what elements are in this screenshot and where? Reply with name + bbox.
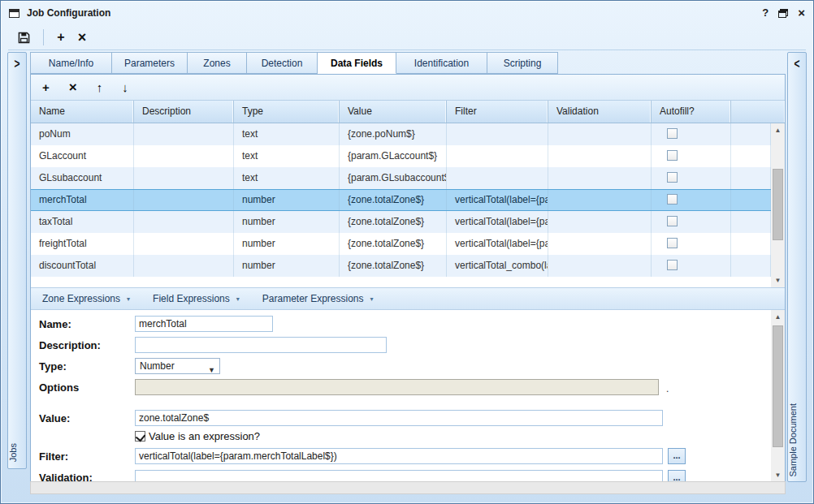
autofill-checkbox[interactable] [667,194,678,205]
sample-document-panel-label[interactable]: Sample Document [788,403,806,477]
cell-filter [447,123,548,145]
form-scrollbar[interactable]: ▲ ▼ [771,310,785,482]
sample-document-panel-strip[interactable]: < Sample Document [787,52,807,482]
scroll-up-icon[interactable]: ▲ [771,123,785,137]
cell-filter [447,145,548,167]
options-label: Options [39,381,79,394]
chevron-down-icon: ▾ [127,295,130,303]
autofill-checkbox[interactable] [667,260,678,270]
tab-name-info[interactable]: Name/Info [30,52,112,74]
window-toolbar: + × [8,25,806,50]
table-row[interactable]: poNum text {zone.poNum$} [31,123,771,145]
value-field[interactable] [135,410,663,426]
cell-type: number [234,211,340,233]
fields-grid-body: poNum text {zone.poNum$} GLaccount text [31,123,785,287]
filter-field[interactable] [135,448,663,464]
menu-zone-expressions[interactable]: Zone Expressions ▾ [42,293,130,304]
column-header-filter[interactable]: Filter [447,101,548,123]
cell-description [134,167,234,189]
tab-identification[interactable]: Identification [396,52,487,74]
tab-data-fields[interactable]: Data Fields [318,52,396,74]
scroll-down-icon[interactable]: ▼ [771,468,785,482]
add-field-button[interactable]: + [42,80,50,94]
cell-filler [731,167,771,189]
toolbar-separator [43,29,44,45]
cell-autofill [652,255,731,277]
validation-ellipsis-button[interactable]: ... [668,470,686,482]
menu-field-expressions[interactable]: Field Expressions ▾ [153,293,240,304]
cell-autofill [652,145,731,167]
autofill-checkbox[interactable] [667,172,678,183]
scrollbar-thumb[interactable] [773,325,783,447]
name-field[interactable] [135,316,273,332]
cell-validation [548,211,652,233]
column-header-name[interactable]: Name [31,101,134,123]
table-row[interactable]: taxTotal number {zone.totalZone$} vertic… [31,211,771,233]
table-row-selected[interactable]: merchTotal number {zone.totalZone$} vert… [31,189,771,211]
cell-filter: verticalTotal_combo(lab [447,255,548,277]
column-header-autofill[interactable]: Autofill? [652,101,731,123]
tab-zones[interactable]: Zones [188,52,247,74]
cell-type: number [234,255,340,277]
expand-left-icon[interactable]: < [788,57,806,71]
grid-scrollbar[interactable]: ▲ ▼ [771,123,785,287]
scroll-down-icon[interactable]: ▼ [771,274,785,287]
filter-ellipsis-button[interactable]: ... [668,448,686,464]
restore-icon[interactable] [778,9,788,18]
delete-field-button[interactable]: × [69,80,77,96]
column-header-validation[interactable]: Validation [548,101,652,123]
value-is-expression-label: Value is an expression? [149,430,260,442]
help-icon[interactable]: ? [762,7,769,19]
type-select[interactable]: Number ▼ [135,358,220,374]
tab-scripting[interactable]: Scripting [487,52,558,74]
tab-parameters[interactable]: Parameters [112,52,188,74]
data-fields-panel: + × ↑ ↓ Name Description Type Value Filt… [30,74,786,481]
autofill-checkbox[interactable] [667,150,678,161]
description-field[interactable] [135,337,387,353]
tab-detection[interactable]: Detection [247,52,318,74]
jobs-panel-strip[interactable]: > Jobs [7,52,27,469]
move-field-down-button[interactable]: ↓ [122,80,128,94]
cell-name: taxTotal [31,211,134,233]
value-is-expression-row: Value is an expression? [135,430,260,442]
move-field-up-button[interactable]: ↑ [97,80,103,94]
add-job-button[interactable]: + [50,30,71,45]
cell-filler [731,190,771,210]
column-header-description[interactable]: Description [134,101,234,123]
chevron-down-icon: ▼ [208,363,215,377]
menu-label: Field Expressions [153,293,230,304]
chevron-down-icon: ▾ [370,295,374,303]
cell-type: text [234,167,340,189]
autofill-checkbox[interactable] [667,216,678,226]
bottom-collapsed-panel[interactable] [30,481,786,494]
autofill-checkbox[interactable] [667,128,678,139]
scroll-up-icon[interactable]: ▲ [771,310,785,324]
table-row[interactable]: discountTotal number {zone.totalZone$} v… [31,255,771,277]
window-title: Job Configuration [27,7,110,19]
cell-type: text [234,123,340,145]
table-row[interactable]: GLsubaccount text {param.GLsubaccount$} [31,167,771,189]
title-bar[interactable]: Job Configuration ? × [9,5,805,21]
close-icon[interactable]: × [798,7,805,19]
validation-field[interactable] [135,470,663,482]
delete-job-button[interactable]: × [71,29,93,46]
jobs-panel-label[interactable]: Jobs [8,443,26,462]
scrollbar-thumb[interactable] [773,169,783,240]
autofill-checkbox[interactable] [667,238,678,248]
cell-name: discountTotal [31,255,134,277]
expand-right-icon[interactable]: > [8,57,26,71]
cell-validation [548,123,652,145]
tab-bar: Name/Info Parameters Zones Detection Dat… [30,52,786,74]
table-row[interactable]: GLaccount text {param.GLaccount$} [31,145,771,167]
cell-filler [731,233,771,255]
menu-parameter-expressions[interactable]: Parameter Expressions ▾ [262,293,374,304]
type-label: Type: [39,360,67,373]
column-header-type[interactable]: Type [234,101,340,123]
table-row[interactable]: freightTotal number {zone.totalZone$} ve… [31,233,771,255]
save-icon[interactable] [18,32,30,44]
cell-value: {zone.totalZone$} [340,190,447,210]
value-is-expression-checkbox[interactable] [135,431,145,442]
cell-type: text [234,145,340,167]
column-header-value[interactable]: Value [340,101,447,123]
expressions-menu-bar: Zone Expressions ▾ Field Expressions ▾ P… [31,287,785,310]
